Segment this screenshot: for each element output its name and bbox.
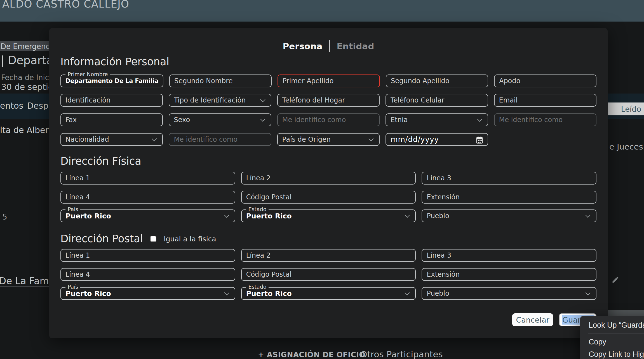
oficio-assignment-button: + ASIGNACIÓN DE OFICIO <box>258 351 365 359</box>
physical-line3-field[interactable]: Línea 3 <box>422 172 596 185</box>
postal-line2-field[interactable]: Línea 2 <box>241 249 416 262</box>
physical-country-select[interactable]: País Puerto Rico <box>60 209 235 222</box>
middle-name-field[interactable]: Segundo Nombre <box>169 74 272 87</box>
extension-placeholder: Extensión <box>427 193 460 201</box>
cancel-button[interactable]: Cancelar <box>512 313 553 326</box>
identify-as-ethnicity-field: Me identifico como <box>494 113 596 126</box>
town-placeholder: Pueblo <box>427 290 449 297</box>
context-menu-look-up[interactable]: Look Up “Guarda <box>580 320 644 330</box>
country-label: País <box>65 284 80 290</box>
postal-line1-field[interactable]: Línea 1 <box>60 249 235 262</box>
other-participants-heading: Otros Participantes <box>360 349 443 359</box>
nationality-placeholder: Nacionalidad <box>65 136 109 143</box>
physical-address-heading: Dirección Física <box>60 155 596 168</box>
physical-line2-field[interactable]: Línea 2 <box>241 172 416 185</box>
postal-country-select[interactable]: País Puerto Rico <box>60 287 235 300</box>
chevron-down-icon <box>224 213 229 218</box>
home-phone-placeholder: Teléfono del Hogar <box>282 96 345 104</box>
same-as-physical-checkbox[interactable] <box>150 236 156 242</box>
state-label: Estado <box>246 206 269 212</box>
postal-extension-field[interactable]: Extensión <box>422 268 596 281</box>
line1-placeholder: Línea 1 <box>65 174 90 182</box>
postal-state-select[interactable]: Estado Puerto Rico <box>241 287 416 300</box>
physical-postal-code-field[interactable]: Código Postal <box>241 191 416 204</box>
email-field[interactable]: Email <box>494 94 596 107</box>
line4-placeholder: Línea 4 <box>65 193 90 201</box>
middle-name-placeholder: Segundo Nombre <box>174 77 233 85</box>
identify-as-placeholder: Me identifico como <box>499 116 563 124</box>
id-type-select[interactable]: Tipo de Identificación <box>169 94 271 107</box>
background-tab-despa: Despa <box>27 101 49 111</box>
birth-date-field[interactable]: mm/dd/yyyy <box>386 133 488 146</box>
identify-as-nationality-field: Me identifico como <box>169 133 271 146</box>
row-divider <box>0 286 49 287</box>
sex-select[interactable]: Sexo <box>169 113 271 126</box>
identify-as-placeholder: Me identifico como <box>174 136 238 143</box>
nickname-field[interactable]: Apodo <box>494 74 596 87</box>
judges-text: e Jueces(z <box>609 142 644 151</box>
physical-extension-field[interactable]: Extensión <box>422 191 596 204</box>
context-menu-copy[interactable]: Copy <box>580 337 644 347</box>
chevron-down-icon <box>477 116 482 122</box>
postal-code-placeholder: Código Postal <box>246 193 292 201</box>
tab-entidad[interactable]: Entidad <box>337 41 374 51</box>
fax-field[interactable]: Fax <box>60 113 163 126</box>
ethnicity-select[interactable]: Etnia <box>386 113 488 126</box>
postal-address-row-2: Línea 4 Código Postal Extensión <box>60 268 596 281</box>
sex-placeholder: Sexo <box>174 116 190 124</box>
first-name-label: Primer Nombre <box>65 71 110 77</box>
identify-as-placeholder: Me identifico como <box>282 116 346 124</box>
postal-line4-field[interactable]: Línea 4 <box>60 268 235 281</box>
context-menu-copy-link[interactable]: Copy Link to High <box>580 349 644 359</box>
first-name-field[interactable]: Primer Nombre Departamento De La Familia <box>60 74 163 87</box>
postal-address-row-1: Línea 1 Línea 2 Línea 3 <box>60 249 596 262</box>
postal-code-placeholder: Código Postal <box>246 271 292 278</box>
line2-placeholder: Línea 2 <box>246 251 271 259</box>
cell-phone-field[interactable]: Teléfono Celular <box>386 94 488 107</box>
nationality-select[interactable]: Nacionalidad <box>60 133 163 146</box>
last-name-placeholder: Primer Apellido <box>283 77 334 85</box>
calendar-icon[interactable] <box>475 136 484 146</box>
row-divider <box>0 270 49 270</box>
country-of-origin-select[interactable]: País de Origen <box>277 133 380 146</box>
postal-postal-code-field[interactable]: Código Postal <box>241 268 416 281</box>
personal-row-2: Identificación Tipo de Identificación Te… <box>60 94 596 107</box>
physical-address-row-1: Línea 1 Línea 2 Línea 3 <box>60 172 596 185</box>
chevron-down-icon <box>260 97 265 102</box>
physical-line1-field[interactable]: Línea 1 <box>60 172 235 185</box>
physical-town-select[interactable]: Pueblo <box>422 209 596 222</box>
same-as-physical-label: Igual a la física <box>164 235 216 243</box>
state-value: Puerto Rico <box>246 290 292 298</box>
line3-placeholder: Línea 3 <box>427 251 451 259</box>
context-menu-separator <box>588 334 644 334</box>
person-dialog: Persona Entidad Información Personal Pri… <box>49 28 608 338</box>
postal-line3-field[interactable]: Línea 3 <box>422 249 596 262</box>
line4-placeholder: Línea 4 <box>65 271 90 278</box>
second-last-name-field[interactable]: Segundo Apellido <box>386 74 488 87</box>
chevron-down-icon <box>405 213 410 218</box>
email-placeholder: Email <box>499 96 518 104</box>
postal-address-row-3: País Puerto Rico Estado Puerto Rico Pueb… <box>60 287 596 300</box>
identification-field[interactable]: Identificación <box>60 94 163 107</box>
case-title: ALDO CASTRO CALLEJO <box>2 0 129 10</box>
emergencia-label: De Emergencia <box>1 42 49 51</box>
row-divider <box>0 226 49 226</box>
state-value: Puerto Rico <box>246 212 292 220</box>
postal-town-select[interactable]: Pueblo <box>422 287 596 300</box>
physical-line4-field[interactable]: Línea 4 <box>60 191 235 204</box>
physical-address-row-2: Línea 4 Código Postal Extensión <box>60 191 596 204</box>
tab-divider <box>329 40 330 52</box>
app-header-bar: ALDO CASTRO CALLEJO <box>0 0 644 22</box>
line2-placeholder: Línea 2 <box>246 174 271 182</box>
home-phone-field[interactable]: Teléfono del Hogar <box>277 94 380 107</box>
last-name-field[interactable]: Primer Apellido <box>278 74 380 87</box>
physical-state-select[interactable]: Estado Puerto Rico <box>241 209 416 222</box>
start-date-label: Fecha de Inici <box>1 73 49 82</box>
read-badge-label: Leído <box>621 105 641 113</box>
second-last-name-placeholder: Segundo Apellido <box>391 77 450 85</box>
panel-edge-line <box>608 119 608 309</box>
nickname-placeholder: Apodo <box>499 77 520 85</box>
edit-pencil-icon <box>612 276 619 284</box>
tab-persona[interactable]: Persona <box>283 41 323 51</box>
town-placeholder: Pueblo <box>427 212 449 220</box>
